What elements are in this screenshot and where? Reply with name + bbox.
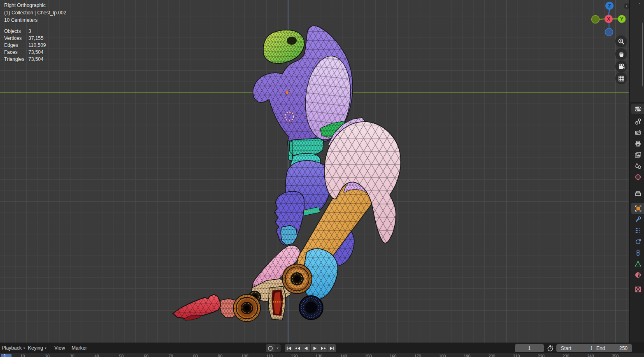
ruler-tick: 70 [168, 354, 173, 357]
mesh-part-head[interactable] [263, 30, 304, 63]
jump-to-end-button[interactable] [328, 344, 336, 352]
tab-material-properties[interactable] [631, 269, 644, 280]
tab-scene-properties[interactable] [631, 160, 644, 172]
stat-value: 37,155 [28, 35, 44, 41]
ruler-tick: 50 [119, 354, 123, 357]
play-reverse-icon [303, 346, 309, 351]
object-origin-dot [286, 91, 289, 94]
frame-end-field[interactable]: End 250 [592, 344, 632, 352]
editor-corner-widget[interactable]: ⌄ [638, 0, 641, 5]
head-socket [287, 37, 297, 45]
stat-value: 110,509 [28, 42, 46, 48]
playback-controls [285, 344, 336, 352]
viewport-overlay-text: Right Orthographic (1) Collection | Ches… [4, 2, 66, 63]
ruler-tick: 10 [20, 354, 25, 357]
ruler-tick: 30 [70, 354, 74, 357]
gizmo-axis-y-neg[interactable] [592, 16, 600, 23]
play-reverse-button[interactable] [302, 344, 310, 352]
prev-keyframe-icon [294, 346, 301, 351]
stat-value: 73,504 [28, 49, 44, 55]
tab-output-properties[interactable] [631, 138, 644, 149]
timeline-header: Playback ▾ Keying ▾ View Marker ▾ [0, 343, 644, 353]
mesh-part-heel-wheel[interactable] [299, 296, 323, 320]
ruler-tick: 110 [266, 354, 273, 357]
3d-viewport[interactable]: Right Orthographic (1) Collection | Ches… [0, 0, 629, 343]
gizmo-axis-y[interactable]: Y [618, 15, 626, 23]
menu-playback[interactable]: Playback ▾ [0, 344, 27, 352]
auto-key-dropdown[interactable]: ▾ [274, 344, 281, 352]
view-navigation-gizmo[interactable]: Z X Y [589, 0, 629, 38]
ruler-tick: 20 [45, 354, 49, 357]
ruler-tick: 140 [340, 354, 347, 357]
render-properties-icon [635, 129, 642, 136]
tab-object-properties[interactable] [631, 203, 644, 214]
gizmo-axis-x[interactable]: X [604, 15, 613, 23]
tab-editor-type[interactable] [631, 104, 644, 114]
properties-editor-rail: ⌄ [629, 0, 644, 343]
properties-tab-column [630, 104, 644, 295]
current-frame-marker[interactable]: 1 [1, 354, 12, 357]
mesh-part-skyblue-knee[interactable] [281, 225, 297, 245]
constraint-properties-icon [635, 249, 642, 256]
data-properties-icon [635, 260, 642, 267]
grid-toggle-button[interactable] [615, 72, 627, 84]
pan-tool-button[interactable] [615, 48, 627, 60]
mesh-part-tan-block[interactable] [268, 286, 286, 320]
stat-label: Triangles [4, 56, 28, 63]
tab-modifier-properties[interactable] [631, 214, 644, 225]
mesh-part-red-foot[interactable] [173, 294, 221, 320]
tab-tool[interactable] [631, 116, 644, 127]
mesh-part-ankle-wheel[interactable] [233, 294, 260, 322]
gizmo-x-label: X [607, 16, 610, 21]
next-keyframe-button[interactable] [319, 344, 328, 352]
mesh-part-knee-wheel[interactable] [282, 264, 312, 294]
tab-constraint-properties[interactable] [631, 247, 644, 258]
gizmo-axis-z[interactable]: Z [605, 2, 614, 10]
outliner-scrollbar[interactable] [642, 23, 643, 86]
collapse-sidebar-button[interactable]: ‹ [624, 3, 629, 9]
tab-render-properties[interactable] [631, 127, 644, 138]
stopwatch-icon[interactable] [546, 344, 554, 352]
camera-view-button[interactable] [615, 60, 627, 72]
particle-properties-icon [635, 227, 642, 234]
camera-view-icon [618, 63, 625, 70]
auto-keying-toggle[interactable]: ▾ [266, 344, 281, 352]
tab-data-properties[interactable] [631, 258, 644, 269]
tab-physics-properties[interactable] [631, 236, 644, 247]
jump-start-icon [286, 346, 292, 351]
tab-view-layer-properties[interactable] [631, 149, 644, 160]
menu-playback-label: Playback [2, 345, 22, 351]
tab-world-properties[interactable] [631, 172, 644, 183]
stat-label: Edges [4, 42, 28, 49]
jump-to-start-button[interactable] [285, 344, 293, 352]
zoom-tool-button[interactable] [615, 35, 627, 47]
current-frame-field[interactable]: 1 [515, 344, 544, 352]
ruler-tick: 100 [242, 354, 249, 357]
gizmo-axis-z-neg[interactable] [605, 28, 613, 36]
ruler-tick: 250 [612, 354, 619, 357]
material-properties-icon [635, 271, 642, 278]
grid-scale-label: 10 Centimeters [4, 16, 66, 24]
ruler-tick: 170 [414, 354, 421, 357]
tab-particle-properties[interactable] [631, 225, 644, 236]
ruler-tick: 190 [464, 354, 471, 357]
world-properties-icon [635, 174, 642, 181]
tab-collection-properties[interactable] [631, 188, 644, 199]
menu-view[interactable]: View [53, 344, 67, 352]
properties-editor-icon [635, 105, 642, 113]
output-properties-icon [635, 140, 642, 147]
menu-keying[interactable]: Keying ▾ [26, 344, 48, 352]
tab-texture-properties[interactable] [631, 284, 644, 295]
menu-view-label: View [54, 345, 65, 351]
current-frame-value: 1 [528, 345, 531, 351]
outliner-edge: ⌄ [630, 0, 644, 103]
timeline-ruler[interactable]: 1 10203040506070809010011012013014015016… [0, 353, 644, 357]
play-button[interactable] [311, 344, 319, 352]
menu-marker[interactable]: Marker [70, 344, 88, 352]
frame-start-field[interactable]: Start 1 [556, 344, 598, 352]
scene-properties-icon [635, 162, 642, 169]
pan-hand-icon [618, 51, 625, 58]
ruler-tick: 160 [390, 354, 397, 357]
prev-keyframe-button[interactable] [293, 344, 302, 352]
ruler-tick: 240 [587, 354, 594, 357]
